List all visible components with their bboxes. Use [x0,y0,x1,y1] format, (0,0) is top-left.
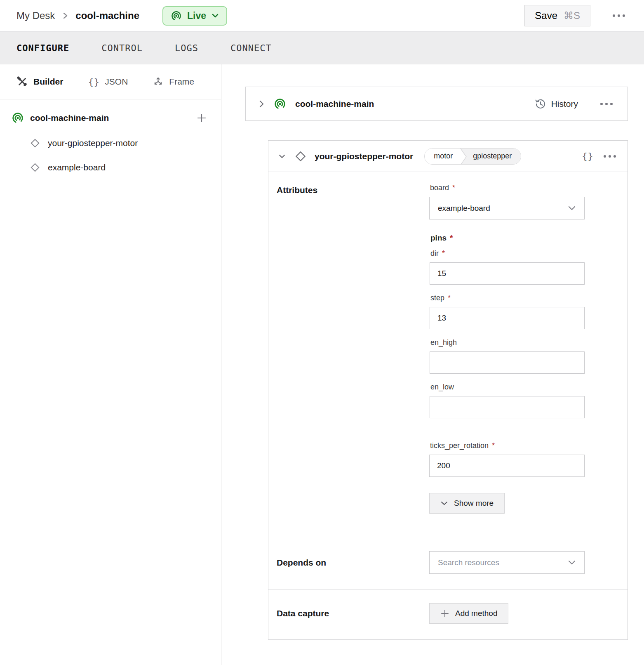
component-diamond-icon [294,150,307,163]
chevron-down-icon [568,205,576,211]
tree-item-label: cool-machine-main [30,113,109,123]
mode-frame-label: Frame [169,77,194,87]
required-asterisk: * [450,233,453,243]
en-high-label: en_high [430,338,585,347]
required-asterisk: * [452,184,455,192]
save-shortcut: ⌘S [564,10,580,21]
tree-item-motor[interactable]: your-gpiostepper-motor [30,138,207,149]
depends-on-select[interactable]: Search resources [429,551,585,574]
resource-card-title: your-gpiostepper-motor [315,151,413,161]
resource-tree: cool-machine-main your-gpiostepper-motor… [0,99,221,173]
show-more-label: Show more [454,499,494,508]
raw-json-icon[interactable]: {} [582,151,593,161]
mode-json-label: JSON [105,77,128,87]
show-more-button[interactable]: Show more [429,493,505,514]
depends-on-heading: Depends on [277,558,429,568]
mode-frame[interactable]: Frame [153,76,194,87]
view-mode-switcher: Builder {} JSON Frame [0,64,221,99]
required-asterisk: * [448,294,451,302]
braces-icon: {} [88,77,99,87]
attributes-heading: Attributes [277,184,429,514]
resource-type-badge: motor [425,149,460,164]
history-button[interactable]: History [535,98,578,110]
resource-menu-icon[interactable] [601,153,618,160]
chevron-down-icon [568,560,576,565]
depends-on-placeholder: Search resources [438,558,499,567]
resource-model-badge: gpiostepper [467,149,521,164]
machine-tab-bar: CONFIGURE CONTROL LOGS CONNECT [0,31,644,64]
resource-card: your-gpiostepper-motor motor gpiostepper… [268,140,628,640]
tree-item-label: example-board [48,163,106,172]
resource-card-header: your-gpiostepper-motor motor gpiostepper… [268,141,628,172]
tree-item-board[interactable]: example-board [30,162,207,173]
depends-on-section: Depends on Search resources [268,537,628,589]
ticks-per-rotation-label: ticks_per_rotation* [430,441,585,450]
component-diamond-icon [30,162,40,173]
status-label: Live [187,10,206,21]
breadcrumb-current: cool-machine [75,10,139,21]
chevron-down-icon [212,13,219,18]
dir-label: dir* [430,249,585,258]
tree-item-main-part[interactable]: cool-machine-main [12,112,207,124]
board-select[interactable]: example-board [429,197,585,219]
badge-divider-icon [460,149,467,165]
en-low-input[interactable] [430,396,585,418]
viam-logo-icon [171,10,182,21]
add-resource-icon[interactable] [196,113,207,123]
history-clock-icon [535,98,546,110]
top-bar: My Desk cool-machine Live Save ⌘S [0,0,644,31]
save-label: Save [535,10,557,21]
pins-label: pins* [430,233,585,243]
tab-control[interactable]: CONTROL [101,43,143,53]
mode-builder[interactable]: Builder [16,76,63,87]
tree-item-label: your-gpiostepper-motor [48,138,138,148]
add-method-label: Add method [455,609,497,618]
mode-json[interactable]: {} JSON [88,77,128,87]
ticks-per-rotation-input[interactable] [429,455,585,477]
config-sidebar: Builder {} JSON Frame [0,64,221,665]
plus-icon [440,609,449,618]
part-card: cool-machine-main History [245,87,628,121]
config-main-panel: cool-machine-main History [221,64,644,665]
pins-group: pins* dir* step* [417,233,585,419]
required-asterisk: * [442,249,445,258]
en-high-input[interactable] [430,351,585,374]
frame-axes-icon [153,76,164,87]
expand-chevron-icon[interactable] [258,99,265,109]
breadcrumb-parent[interactable]: My Desk [16,10,55,21]
component-diamond-icon [30,138,40,149]
viam-logo-icon [12,112,24,124]
model-badge: motor gpiostepper [424,148,521,165]
step-input[interactable] [430,307,585,329]
step-label: step* [430,294,585,302]
part-menu-icon[interactable] [598,100,615,108]
en-low-label: en_low [430,383,585,391]
board-select-value: example-board [438,204,490,213]
data-capture-heading: Data capture [277,608,429,618]
chevron-down-icon [440,501,448,506]
dir-input[interactable] [430,262,585,285]
required-asterisk: * [492,441,495,450]
tab-connect[interactable]: CONNECT [230,43,272,53]
mode-builder-label: Builder [33,77,63,87]
history-label: History [551,99,578,109]
tab-configure[interactable]: CONFIGURE [16,43,69,53]
collapse-chevron-icon[interactable] [277,153,287,159]
tree-rail-line [248,137,248,665]
viam-logo-icon [274,98,286,110]
breadcrumb: My Desk cool-machine [16,10,139,21]
save-button[interactable]: Save ⌘S [524,5,590,26]
machine-status-dropdown[interactable]: Live [162,6,227,26]
tab-logs[interactable]: LOGS [175,43,198,53]
attributes-section: Attributes board* example-board [268,172,628,537]
tools-icon [16,76,28,87]
breadcrumb-separator-icon [62,11,68,20]
data-capture-section: Data capture Add method [268,589,628,639]
part-card-title: cool-machine-main [295,99,374,109]
add-method-button[interactable]: Add method [429,603,508,624]
overflow-menu-icon[interactable] [610,12,628,19]
board-label: board* [430,184,585,192]
